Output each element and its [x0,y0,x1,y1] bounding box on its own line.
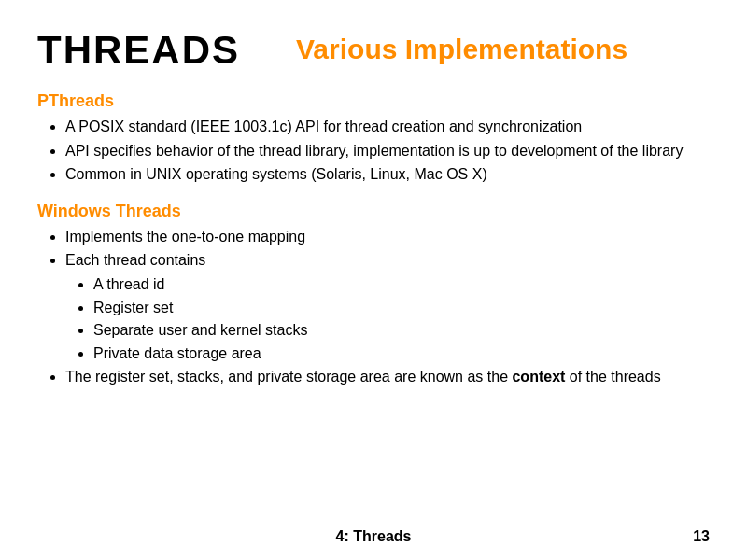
windows-threads-list: Implements the one-to-one mapping Each t… [37,227,710,387]
context-prefix: The register set, stacks, and private st… [65,369,512,385]
context-suffix: of the threads [565,369,660,385]
sub-list-item: A thread id [93,274,710,295]
pthreads-heading: PThreads [37,91,710,111]
each-thread-label: Each thread contains [65,252,205,268]
slide-footer: 4: Threads 13 [0,528,747,545]
sub-bullets-list: A thread id Register set Separate user a… [65,274,710,363]
header-row: THREADS Various Implementations [37,28,710,73]
list-item: A POSIX standard (IEEE 1003.1c) API for … [65,117,710,137]
list-item-context: The register set, stacks, and private st… [65,367,710,387]
footer-label: 4: Threads [336,528,412,545]
slide: THREADS Various Implementations PThreads… [0,0,747,560]
pthreads-list: A POSIX standard (IEEE 1003.1c) API for … [37,117,710,185]
windows-threads-section: Windows Threads Implements the one-to-on… [37,202,710,387]
list-item: Common in UNIX operating systems (Solari… [65,164,710,185]
sub-list-item: Register set [93,298,710,318]
list-item: Implements the one-to-one mapping [65,227,710,247]
slide-title: THREADS [37,28,240,73]
slide-subtitle: Various Implementations [296,28,627,65]
list-item: API specifies behavior of the thread lib… [65,141,710,161]
list-item-each-thread: Each thread contains A thread id Registe… [65,250,710,363]
sub-list-item: Private data storage area [93,343,710,364]
context-bold: context [512,369,565,385]
footer-page-number: 13 [693,528,710,545]
pthreads-section: PThreads A POSIX standard (IEEE 1003.1c)… [37,91,710,185]
sub-list-item: Separate user and kernel stacks [93,320,710,341]
windows-threads-heading: Windows Threads [37,202,710,221]
